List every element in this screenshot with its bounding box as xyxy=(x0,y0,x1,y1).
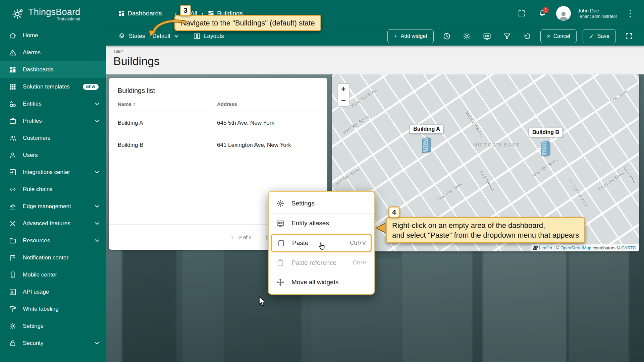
users-icon xyxy=(9,151,17,159)
sidebar-item-notification-center[interactable]: Notification center xyxy=(0,249,106,266)
street-label: West 49th Street xyxy=(333,166,361,187)
save-button[interactable]: ✓ Save xyxy=(583,29,616,43)
step-4-callout: Right-click on an empty area of the dash… xyxy=(386,217,585,243)
sidebar-item-profiles[interactable]: Profiles xyxy=(0,112,106,129)
sidebar-item-customers[interactable]: Customers xyxy=(0,129,106,146)
mouse-cursor-hand xyxy=(318,242,325,251)
solution-templates-icon xyxy=(9,83,17,91)
sidebar-item-home[interactable]: Home xyxy=(0,27,106,44)
sidebar-item-mobile-center[interactable]: Mobile center xyxy=(0,266,106,283)
sidebar-item-rule-chains[interactable]: Rule chains xyxy=(0,181,106,198)
user-block[interactable]: John Doe Tenant administrator xyxy=(578,8,617,19)
advanced-features-icon xyxy=(9,220,17,228)
sidebar-item-solution-templates[interactable]: Solution templates NEW xyxy=(0,78,106,95)
chevron-down-icon xyxy=(95,203,99,208)
sidebar-item-dashboards[interactable]: Dashboards xyxy=(0,61,106,78)
entity-aliases-icon xyxy=(483,32,491,40)
context-menu-item-settings[interactable]: Settings xyxy=(269,194,374,213)
fullscreen-icon xyxy=(518,9,526,17)
notification-center-icon xyxy=(9,254,17,262)
user-role: Tenant administrator xyxy=(578,14,617,19)
street-label: 57th Street xyxy=(609,89,629,104)
states-label: States xyxy=(129,33,145,40)
context-menu-item-entity-aliases[interactable]: Entity aliases xyxy=(269,214,374,233)
table-row[interactable]: Building A 645 5th Ave, New York xyxy=(109,112,327,134)
states-button[interactable]: States xyxy=(118,33,145,40)
sidebar-item-settings[interactable]: Settings xyxy=(0,317,106,335)
map-marker-building-b[interactable]: Building B xyxy=(529,128,562,157)
fullscreen-icon xyxy=(625,32,633,40)
sidebar-item-api-usage[interactable]: API usage xyxy=(0,283,106,300)
sidebar-item-security[interactable]: Security xyxy=(0,335,106,352)
table-row[interactable]: Building B 641 Lexington Ave, New York xyxy=(109,134,327,156)
settings-gear-icon xyxy=(9,322,17,330)
user-name: John Doe xyxy=(578,8,617,14)
layouts-button[interactable]: Layouts xyxy=(193,33,224,40)
fullscreen-button[interactable] xyxy=(515,6,529,20)
more-options-icon[interactable]: ⋮ xyxy=(624,8,637,19)
page-title: Buildings xyxy=(113,55,644,68)
chevron-down-icon xyxy=(95,238,99,242)
carto-link[interactable]: CARTO xyxy=(621,245,636,250)
sort-ascending-icon: ↑ xyxy=(133,101,136,107)
context-menu-item-move-all-widgets[interactable]: Move all widgets xyxy=(269,273,374,292)
sidebar-item-label: Solution templates xyxy=(23,83,70,90)
menu-item-label: Entity aliases xyxy=(291,220,329,227)
street-label: East 52nd Street xyxy=(597,170,625,191)
filters-button[interactable] xyxy=(500,29,514,43)
sidebar-item-label: Integrations center xyxy=(23,169,70,176)
sidebar-item-edge-management[interactable]: Edge management xyxy=(0,198,106,215)
dashboard-settings-button[interactable] xyxy=(460,29,474,43)
sidebar-item-label: Customers xyxy=(23,135,50,141)
menu-item-shortcut: Ctrl+I xyxy=(353,259,367,266)
paginator-range-label: 1 – 2 of 2 xyxy=(230,234,252,240)
title-strip: Title* Buildings xyxy=(106,46,644,74)
edge-management-icon xyxy=(9,202,17,210)
clipboard-icon xyxy=(276,258,285,267)
sidebar-item-white-labeling[interactable]: White labeling xyxy=(0,300,106,317)
openstreetmap-link[interactable]: OpenStreetMap xyxy=(560,245,591,250)
sidebar-item-label: Entities xyxy=(23,101,42,107)
sidebar-item-label: Profiles xyxy=(23,118,42,124)
layouts-icon xyxy=(193,33,201,40)
sidebar-nav: Home Alarms Dashboards Solution template… xyxy=(0,27,106,352)
layouts-label: Layouts xyxy=(204,33,224,40)
zoom-in-button[interactable]: + xyxy=(338,84,349,95)
marker-label: Building B xyxy=(529,128,562,137)
sidebar-item-label: Settings xyxy=(23,323,43,329)
chevron-down-icon xyxy=(95,221,99,225)
alarms-icon xyxy=(9,49,17,57)
sidebar-item-integrations-center[interactable]: Integrations center xyxy=(0,164,106,181)
add-widget-button[interactable]: + Add widget xyxy=(387,29,433,43)
entity-aliases-button[interactable] xyxy=(480,29,494,43)
menu-item-label: Move all widgets xyxy=(291,279,338,286)
sidebar-item-entities[interactable]: Entities xyxy=(0,95,106,112)
sidebar-item-label: Users xyxy=(23,152,38,159)
map-marker-building-a[interactable]: Building A xyxy=(410,125,443,154)
table-header: Name ↑ Address xyxy=(109,101,327,112)
cancel-button[interactable]: × Cancel xyxy=(540,29,577,43)
breadcrumb-dashboards[interactable]: Dashboards xyxy=(118,10,162,17)
sidebar-item-resources[interactable]: Resources xyxy=(0,232,106,249)
street-label: East 49th Street xyxy=(436,182,463,202)
leaflet-link[interactable]: Leaflet xyxy=(539,245,552,250)
version-history-button[interactable] xyxy=(520,29,534,43)
column-header-name[interactable]: Name ↑ xyxy=(118,101,217,107)
map-attribution: Leaflet | © OpenStreetMap contributors ©… xyxy=(531,244,639,251)
history-icon xyxy=(523,32,531,40)
toolbar-fullscreen-button[interactable] xyxy=(622,29,636,43)
marker-label: Building A xyxy=(410,125,443,133)
zoom-out-button[interactable]: − xyxy=(338,95,349,106)
step-3-arrow xyxy=(146,19,188,39)
rule-chains-icon xyxy=(9,185,17,193)
sidebar-item-alarms[interactable]: Alarms xyxy=(0,44,106,61)
notifications-button[interactable]: 1 xyxy=(535,6,549,20)
check-icon: ✓ xyxy=(589,33,594,40)
timewindow-button[interactable] xyxy=(440,29,454,43)
sidebar-item-advanced-features[interactable]: Advanced features xyxy=(0,215,106,232)
chevron-down-icon xyxy=(95,340,99,345)
column-header-address[interactable]: Address xyxy=(217,101,237,107)
sidebar-item-users[interactable]: Users xyxy=(0,146,106,164)
add-widget-label: Add widget xyxy=(401,33,427,39)
avatar[interactable] xyxy=(556,6,571,21)
